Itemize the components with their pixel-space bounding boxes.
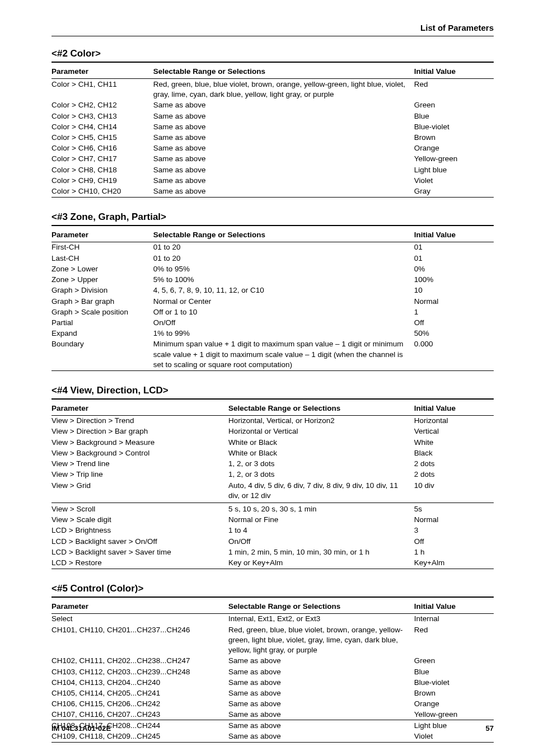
cell-initial: 1 h: [414, 547, 494, 557]
section-4-title: <#4 View, Direction, LCD>: [51, 384, 494, 397]
cell-initial: Orange: [414, 143, 494, 154]
cell-parameter: View > Direction > Trend: [51, 415, 228, 426]
cell-range: Key or Key+Alm: [228, 558, 414, 569]
table-row: Color > CH5, CH15Same as aboveBrown: [51, 133, 494, 143]
col-header-range: Selectable Range or Selections: [153, 228, 414, 242]
cell-parameter: Zone > Lower: [51, 264, 153, 274]
cell-initial: 2 dots: [414, 469, 494, 480]
col-header-initial: Initial Value: [414, 228, 494, 242]
footer-doc-id: IM 04L31A01-02E: [51, 724, 111, 734]
cell-initial: 01: [414, 242, 494, 253]
table-row: CH106, CH115, CH206...CH242Same as above…: [51, 699, 494, 710]
cell-parameter: Partial: [51, 318, 153, 328]
table-row: View > Direction > TrendHorizontal, Vert…: [51, 415, 494, 426]
cell-range: Same as above: [153, 133, 414, 143]
col-header-parameter: Parameter: [51, 228, 153, 242]
cell-range: 1 min, 2 min, 5 min, 10 min, 30 min, or …: [228, 547, 414, 557]
cell-initial: Yellow-green: [414, 154, 494, 165]
cell-initial: Normal: [414, 296, 494, 307]
col-header-range: Selectable Range or Selections: [153, 65, 414, 79]
cell-initial: 3: [414, 525, 494, 536]
table-row: Graph > Scale positionOff or 1 to 101: [51, 307, 494, 317]
cell-initial: Brown: [414, 688, 494, 699]
cell-parameter: Graph > Division: [51, 285, 153, 296]
section-2-thick-rule: [51, 62, 494, 63]
cell-initial: Blue-violet: [414, 121, 494, 132]
cell-parameter: Boundary: [51, 339, 153, 370]
cell-initial: 1: [414, 307, 494, 317]
table-row: Zone > Upper5% to 100%100%: [51, 275, 494, 285]
cell-parameter: Color > CH1, CH11: [51, 79, 153, 100]
cell-initial: Blue: [414, 111, 494, 121]
cell-initial: Brown: [414, 133, 494, 143]
cell-parameter: CH106, CH115, CH206...CH242: [51, 699, 228, 710]
cell-range: Same as above: [153, 100, 414, 111]
cell-initial: Blue: [414, 666, 494, 677]
cell-range: Same as above: [153, 186, 414, 198]
cell-range: Same as above: [153, 165, 414, 175]
footer-divider: [51, 720, 494, 720]
cell-parameter: Color > CH9, CH19: [51, 175, 153, 186]
section-5-title: <#5 Control (Color)>: [51, 583, 494, 595]
cell-parameter: Color > CH5, CH15: [51, 133, 153, 143]
cell-parameter: View > Scale digit: [51, 515, 228, 525]
cell-range: 0% to 95%: [153, 264, 414, 274]
cell-parameter: View > Trip line: [51, 469, 228, 480]
table-row: View > Direction > Bar graphHorizontal o…: [51, 426, 494, 437]
cell-parameter: LCD > Restore: [51, 558, 228, 569]
table-row: Color > CH3, CH13Same as aboveBlue: [51, 111, 494, 121]
section-5-thick-rule: [51, 597, 494, 598]
cell-initial: Orange: [414, 699, 494, 710]
table-row: BoundaryMinimum span value + 1 digit to …: [51, 339, 494, 370]
footer-page-number: 57: [486, 724, 494, 734]
table-row: Parameter Selectable Range or Selections…: [51, 65, 494, 79]
cell-parameter: View > Background > Control: [51, 448, 228, 458]
table-row: Parameter Selectable Range or Selections…: [51, 402, 494, 416]
cell-initial: Off: [414, 318, 494, 328]
cell-initial: Gray: [414, 186, 494, 198]
cell-range: Internal, Ext1, Ext2, or Ext3: [228, 613, 414, 624]
table-row: LCD > Backlight saver > Saver time1 min,…: [51, 547, 494, 557]
table-row: Color > CH4, CH14Same as aboveBlue-viole…: [51, 121, 494, 132]
cell-initial: Horizontal: [414, 415, 494, 426]
table-row: CH102, CH111, CH202...CH238...CH247Same …: [51, 656, 494, 666]
col-header-parameter: Parameter: [51, 600, 228, 614]
cell-parameter: CH105, CH114, CH205...CH241: [51, 688, 228, 699]
table-row: Color > CH8, CH18Same as aboveLight blue: [51, 165, 494, 175]
table-row: Color > CH2, CH12Same as aboveGreen: [51, 100, 494, 111]
cell-initial: Blue-violet: [414, 677, 494, 688]
cell-initial: Internal: [414, 613, 494, 624]
table-row: SelectInternal, Ext1, Ext2, or Ext3Inter…: [51, 613, 494, 624]
cell-parameter: CH107, CH116, CH207...CH243: [51, 710, 228, 720]
cell-range: Off or 1 to 10: [153, 307, 414, 317]
table-row: View > Trend line1, 2, or 3 dots2 dots: [51, 459, 494, 469]
cell-range: Same as above: [228, 656, 414, 666]
cell-range: 4, 5, 6, 7, 8, 9, 10, 11, 12, or C10: [153, 285, 414, 296]
cell-initial: 10: [414, 285, 494, 296]
cell-parameter: Select: [51, 613, 228, 624]
cell-range: Same as above: [153, 143, 414, 154]
cell-range: Normal or Fine: [228, 515, 414, 525]
cell-range: 01 to 20: [153, 242, 414, 253]
table-section-3: Parameter Selectable Range or Selections…: [51, 228, 494, 371]
table-section-4: Parameter Selectable Range or Selections…: [51, 402, 494, 569]
cell-range: 5 s, 10 s, 20 s, 30 s, 1 min: [228, 504, 414, 515]
table-row: Last-CH01 to 2001: [51, 253, 494, 264]
cell-parameter: CH101, CH110, CH201...CH237...CH246: [51, 624, 228, 656]
cell-range: Same as above: [228, 710, 414, 720]
cell-initial: 100%: [414, 275, 494, 285]
cell-parameter: View > Trend line: [51, 459, 228, 469]
cell-range: White or Black: [228, 437, 414, 448]
cell-initial: 10 div: [414, 480, 494, 501]
section-2-title: <#2 Color>: [51, 48, 494, 60]
cell-range: Red, green, blue, blue violet, brown, or…: [228, 624, 414, 656]
cell-initial: Key+Alm: [414, 558, 494, 569]
table-row: PartialOn/OffOff: [51, 318, 494, 328]
table-row: Zone > Lower0% to 95%0%: [51, 264, 494, 274]
cell-initial: Light blue: [414, 165, 494, 175]
cell-range: On/Off: [228, 536, 414, 547]
table-row: LCD > Backlight saver > On/OffOn/OffOff: [51, 536, 494, 547]
cell-parameter: Graph > Scale position: [51, 307, 153, 317]
cell-range: Same as above: [153, 154, 414, 165]
table-row: Color > CH7, CH17Same as aboveYellow-gre…: [51, 154, 494, 165]
